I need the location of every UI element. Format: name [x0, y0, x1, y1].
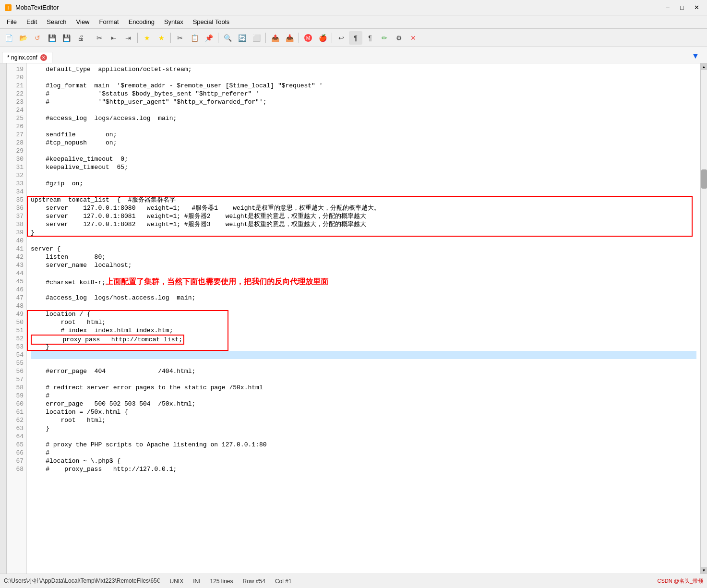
code-line-36: server 127.0.0.1:8080 weight=1; #服务器1 we… — [31, 204, 696, 212]
code-line-31: keepalive_timeout 65; — [31, 163, 696, 171]
line-number-36: 36 — [9, 204, 24, 212]
window-controls: – □ ✕ — [661, 2, 703, 13]
tab-scroll-right[interactable]: ▼ — [689, 49, 702, 63]
code-line-50: root html; — [31, 318, 696, 326]
line-number-67: 67 — [9, 457, 24, 465]
line-number-44: 44 — [9, 269, 24, 277]
line-number-50: 50 — [9, 318, 24, 326]
line-number-64: 64 — [9, 432, 24, 441]
cut2-button[interactable]: ✂ — [173, 31, 187, 45]
stop-button[interactable]: ⬜ — [250, 31, 263, 45]
close-button[interactable]: ✕ — [690, 2, 703, 13]
upload-button[interactable]: 📤 — [268, 31, 282, 45]
code-line-21: #log_format main '$remote_addr - $remote… — [31, 82, 696, 90]
code-line-39: } — [31, 228, 696, 237]
editor-container: 1920212223242526272829303132333435363738… — [0, 63, 707, 574]
apple-button[interactable]: 🍎 — [316, 31, 329, 45]
new-button[interactable]: 📄 — [2, 31, 15, 45]
toolbar-sep-6 — [299, 33, 299, 43]
code-line-52: proxy_pass http://tomcat_list; — [31, 335, 696, 343]
cut-button[interactable]: ✂ — [93, 31, 106, 45]
bookmark2-button[interactable]: ★ — [155, 31, 168, 45]
code-line-34 — [31, 188, 696, 196]
inner-box: proxy_pass http://tomcat_list; — [31, 335, 184, 345]
line-number-40: 40 — [9, 237, 24, 245]
save-button[interactable]: 💾 — [45, 31, 59, 45]
find-button[interactable]: 🔍 — [221, 31, 234, 45]
line-numbers: 1920212223242526272829303132333435363738… — [7, 63, 27, 574]
menu-encoding[interactable]: Encoding — [124, 16, 159, 27]
scroll-up-arrow[interactable]: ▲ — [701, 63, 707, 70]
pilcrow-button[interactable]: ¶ — [363, 31, 377, 45]
scroll-down-arrow[interactable]: ▼ — [701, 567, 707, 574]
code-line-20 — [31, 73, 696, 82]
download-button[interactable]: 📥 — [283, 31, 296, 45]
status-encoding: UNIX — [169, 578, 183, 585]
minimize-button[interactable]: – — [661, 2, 674, 13]
line-number-27: 27 — [9, 131, 24, 139]
code-line-46 — [31, 286, 696, 294]
findreplace-button[interactable]: 🔄 — [235, 31, 249, 45]
menu-edit[interactable]: Edit — [22, 16, 42, 27]
pencil-button[interactable]: ✏ — [378, 31, 391, 45]
settings-button[interactable]: ⚙ — [392, 31, 406, 45]
maximize-button[interactable]: □ — [675, 2, 689, 13]
line-number-60: 60 — [9, 400, 24, 408]
menu-search[interactable]: Search — [42, 16, 71, 27]
toolbar-sep-7 — [332, 33, 332, 43]
saveas-button[interactable]: 💾 — [60, 31, 73, 45]
line-number-19: 19 — [9, 65, 24, 73]
code-area[interactable]: default_type application/octet-stream; #… — [27, 63, 700, 574]
print-button[interactable]: 🖨 — [74, 31, 87, 45]
unindent-button[interactable]: ⇤ — [107, 31, 120, 45]
undo-button[interactable]: ↩ — [335, 31, 348, 45]
code-line-60: error_page 500 502 503 504 /50x.html; — [31, 400, 696, 408]
line-number-51: 51 — [9, 326, 24, 335]
menu-view[interactable]: View — [72, 16, 95, 27]
code-line-26 — [31, 122, 696, 131]
vertical-scrollbar[interactable]: ▲ ▼ — [700, 63, 707, 574]
tab-close-button[interactable]: ✕ — [40, 54, 47, 61]
status-bar: C:\Users\小社\AppData\Local\Temp\Mxt223\Re… — [0, 574, 707, 588]
linewrap-button[interactable]: ¶ — [349, 31, 362, 45]
line-number-23: 23 — [9, 98, 24, 106]
scroll-track[interactable] — [701, 70, 707, 567]
code-line-66: # — [31, 449, 696, 457]
code-line-22: # '$status $body_bytes_sent "$http_refer… — [31, 90, 696, 98]
code-line-48 — [31, 302, 696, 310]
close-file-button[interactable]: ✕ — [407, 31, 420, 45]
code-line-19: default_type application/octet-stream; — [31, 65, 696, 73]
menu-format[interactable]: Format — [95, 16, 124, 27]
status-row: Row #54 — [243, 578, 265, 585]
indent-button[interactable]: ⇥ — [121, 31, 135, 45]
svg-text:T: T — [7, 5, 10, 11]
menu-file[interactable]: File — [2, 16, 22, 27]
code-line-64 — [31, 432, 696, 441]
logo-button[interactable]: M — [301, 31, 315, 45]
code-line-47: #access_log logs/host.access.log main; — [31, 294, 696, 302]
reload-button[interactable]: ↺ — [31, 31, 44, 45]
line-number-68: 68 — [9, 465, 24, 473]
code-line-55 — [31, 359, 696, 367]
bookmark-button[interactable]: ★ — [140, 31, 154, 45]
scroll-thumb[interactable] — [701, 169, 707, 189]
line-number-43: 43 — [9, 261, 24, 269]
status-col: Col #1 — [275, 578, 292, 585]
line-number-57: 57 — [9, 375, 24, 384]
code-line-62: root html; — [31, 416, 696, 424]
status-path: C:\Users\小社\AppData\Local\Temp\Mxt223\Re… — [4, 577, 160, 585]
tab-nginx-conf[interactable]: * nginx.conf ✕ — [2, 52, 52, 63]
line-number-42: 42 — [9, 253, 24, 261]
code-line-27: sendfile on; — [31, 131, 696, 139]
paste-button[interactable]: 📌 — [202, 31, 216, 45]
menu-syntax[interactable]: Syntax — [159, 16, 188, 27]
line-number-34: 34 — [9, 188, 24, 196]
line-number-20: 20 — [9, 73, 24, 82]
line-number-45: 45 — [9, 277, 24, 286]
menu-special-tools[interactable]: Special Tools — [188, 16, 234, 27]
code-line-68: # proxy_pass http://127.0.0.1; — [31, 465, 696, 473]
line-number-31: 31 — [9, 163, 24, 171]
line-number-21: 21 — [9, 82, 24, 90]
copy-button[interactable]: 📋 — [188, 31, 201, 45]
open-button[interactable]: 📂 — [16, 31, 30, 45]
